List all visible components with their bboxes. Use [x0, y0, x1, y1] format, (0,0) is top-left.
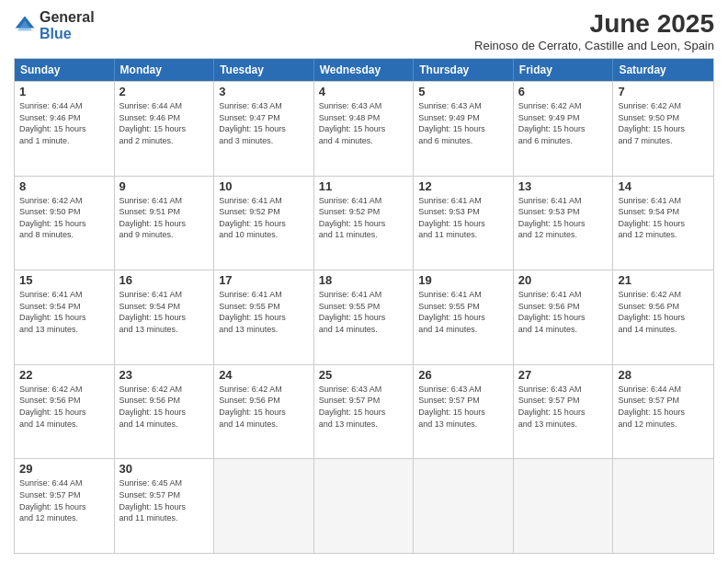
- day-number: 28: [618, 368, 709, 382]
- day-info: Sunrise: 6:44 AMSunset: 9:57 PMDaylight:…: [19, 477, 109, 523]
- title-section: June 2025 Reinoso de Cerrato, Castille a…: [474, 9, 714, 52]
- day-info: Sunrise: 6:42 AMSunset: 9:49 PMDaylight:…: [518, 100, 609, 146]
- day-number: 17: [219, 273, 309, 287]
- day-info: Sunrise: 6:43 AMSunset: 9:57 PMDaylight:…: [319, 384, 409, 430]
- day-cell: 16Sunrise: 6:41 AMSunset: 9:54 PMDayligh…: [115, 270, 215, 364]
- day-info: Sunrise: 6:42 AMSunset: 9:50 PMDaylight:…: [618, 100, 709, 146]
- day-number: 20: [518, 273, 609, 287]
- day-info: Sunrise: 6:41 AMSunset: 9:51 PMDaylight:…: [119, 195, 210, 241]
- day-number: 22: [19, 368, 109, 382]
- day-cell: 12Sunrise: 6:41 AMSunset: 9:53 PMDayligh…: [414, 177, 514, 270]
- day-info: Sunrise: 6:41 AMSunset: 9:52 PMDaylight:…: [219, 195, 309, 241]
- day-info: Sunrise: 6:41 AMSunset: 9:55 PMDaylight:…: [219, 289, 309, 335]
- day-number: 24: [219, 368, 309, 382]
- day-info: Sunrise: 6:42 AMSunset: 9:56 PMDaylight:…: [19, 384, 109, 430]
- day-number: 11: [319, 179, 409, 193]
- day-cell: 3Sunrise: 6:43 AMSunset: 9:47 PMDaylight…: [214, 82, 314, 176]
- header-saturday: Saturday: [613, 59, 713, 81]
- day-cell: 18Sunrise: 6:41 AMSunset: 9:55 PMDayligh…: [314, 270, 415, 364]
- day-info: Sunrise: 6:44 AMSunset: 9:57 PMDaylight:…: [618, 384, 709, 430]
- day-info: Sunrise: 6:41 AMSunset: 9:52 PMDaylight:…: [319, 195, 409, 241]
- day-cell: 23Sunrise: 6:42 AMSunset: 9:56 PMDayligh…: [115, 365, 215, 459]
- day-number: 9: [119, 179, 210, 193]
- day-cell: 29Sunrise: 6:44 AMSunset: 9:57 PMDayligh…: [15, 459, 115, 553]
- day-cell: 14Sunrise: 6:41 AMSunset: 9:54 PMDayligh…: [613, 177, 713, 270]
- empty-cell: [214, 459, 314, 553]
- day-number: 8: [19, 179, 109, 193]
- day-cell: 26Sunrise: 6:43 AMSunset: 9:57 PMDayligh…: [414, 365, 514, 459]
- day-number: 7: [618, 85, 709, 98]
- day-number: 12: [418, 179, 508, 193]
- day-cell: 4Sunrise: 6:43 AMSunset: 9:48 PMDaylight…: [314, 82, 415, 176]
- subtitle: Reinoso de Cerrato, Castille and Leon, S…: [474, 39, 714, 52]
- day-info: Sunrise: 6:41 AMSunset: 9:53 PMDaylight:…: [418, 195, 508, 241]
- day-number: 16: [119, 273, 210, 287]
- day-info: Sunrise: 6:45 AMSunset: 9:57 PMDaylight:…: [119, 477, 210, 523]
- calendar-row: 22Sunrise: 6:42 AMSunset: 9:56 PMDayligh…: [15, 364, 713, 459]
- day-info: Sunrise: 6:43 AMSunset: 9:57 PMDaylight:…: [518, 384, 609, 430]
- day-number: 23: [119, 368, 210, 382]
- calendar-body: 1Sunrise: 6:44 AMSunset: 9:46 PMDaylight…: [15, 81, 713, 553]
- calendar-wrapper: Sunday Monday Tuesday Wednesday Thursday…: [14, 58, 714, 554]
- day-number: 1: [19, 85, 109, 98]
- day-number: 10: [219, 179, 309, 193]
- day-cell: 19Sunrise: 6:41 AMSunset: 9:55 PMDayligh…: [414, 270, 514, 364]
- day-number: 4: [319, 85, 409, 98]
- day-cell: 27Sunrise: 6:43 AMSunset: 9:57 PMDayligh…: [514, 365, 614, 459]
- day-number: 21: [618, 273, 709, 287]
- day-info: Sunrise: 6:44 AMSunset: 9:46 PMDaylight:…: [119, 100, 210, 146]
- day-cell: 30Sunrise: 6:45 AMSunset: 9:57 PMDayligh…: [115, 459, 215, 553]
- day-number: 29: [19, 462, 109, 476]
- day-cell: 5Sunrise: 6:43 AMSunset: 9:49 PMDaylight…: [414, 82, 514, 176]
- day-info: Sunrise: 6:41 AMSunset: 9:54 PMDaylight:…: [618, 195, 709, 241]
- main-title: June 2025: [474, 9, 714, 39]
- calendar-header: Sunday Monday Tuesday Wednesday Thursday…: [15, 59, 713, 81]
- day-cell: 17Sunrise: 6:41 AMSunset: 9:55 PMDayligh…: [214, 270, 314, 364]
- day-number: 14: [618, 179, 709, 193]
- day-cell: 9Sunrise: 6:41 AMSunset: 9:51 PMDaylight…: [115, 177, 215, 270]
- day-number: 26: [418, 368, 508, 382]
- day-cell: 22Sunrise: 6:42 AMSunset: 9:56 PMDayligh…: [15, 365, 115, 459]
- page: General Blue June 2025 Reinoso de Cerrat…: [0, 0, 728, 563]
- day-number: 30: [119, 462, 210, 476]
- calendar-row: 29Sunrise: 6:44 AMSunset: 9:57 PMDayligh…: [15, 458, 713, 553]
- logo-icon: [14, 15, 36, 37]
- header: General Blue June 2025 Reinoso de Cerrat…: [14, 9, 714, 52]
- day-info: Sunrise: 6:41 AMSunset: 9:56 PMDaylight:…: [518, 289, 609, 335]
- logo-text: General Blue: [40, 9, 95, 42]
- day-cell: 20Sunrise: 6:41 AMSunset: 9:56 PMDayligh…: [514, 270, 614, 364]
- header-sunday: Sunday: [15, 59, 115, 81]
- day-cell: 21Sunrise: 6:42 AMSunset: 9:56 PMDayligh…: [613, 270, 713, 364]
- header-thursday: Thursday: [414, 59, 514, 81]
- day-info: Sunrise: 6:43 AMSunset: 9:48 PMDaylight:…: [319, 100, 409, 146]
- day-info: Sunrise: 6:43 AMSunset: 9:47 PMDaylight:…: [219, 100, 309, 146]
- header-friday: Friday: [514, 59, 614, 81]
- header-monday: Monday: [115, 59, 215, 81]
- logo-blue: Blue: [40, 26, 72, 41]
- day-info: Sunrise: 6:41 AMSunset: 9:53 PMDaylight:…: [518, 195, 609, 241]
- day-info: Sunrise: 6:41 AMSunset: 9:55 PMDaylight:…: [418, 289, 508, 335]
- day-cell: 28Sunrise: 6:44 AMSunset: 9:57 PMDayligh…: [613, 365, 713, 459]
- empty-cell: [514, 459, 614, 553]
- day-info: Sunrise: 6:43 AMSunset: 9:57 PMDaylight:…: [418, 384, 508, 430]
- header-tuesday: Tuesday: [214, 59, 314, 81]
- day-number: 6: [518, 85, 609, 98]
- day-cell: 8Sunrise: 6:42 AMSunset: 9:50 PMDaylight…: [15, 177, 115, 270]
- day-number: 3: [219, 85, 309, 98]
- day-cell: 10Sunrise: 6:41 AMSunset: 9:52 PMDayligh…: [214, 177, 314, 270]
- logo-general: General: [40, 9, 95, 25]
- day-info: Sunrise: 6:41 AMSunset: 9:54 PMDaylight:…: [19, 289, 109, 335]
- day-info: Sunrise: 6:42 AMSunset: 9:56 PMDaylight:…: [219, 384, 309, 430]
- day-info: Sunrise: 6:41 AMSunset: 9:54 PMDaylight:…: [119, 289, 210, 335]
- empty-cell: [314, 459, 415, 553]
- day-info: Sunrise: 6:44 AMSunset: 9:46 PMDaylight:…: [19, 100, 109, 146]
- day-number: 27: [518, 368, 609, 382]
- logo: General Blue: [14, 9, 95, 42]
- calendar-row: 15Sunrise: 6:41 AMSunset: 9:54 PMDayligh…: [15, 270, 713, 364]
- day-cell: 15Sunrise: 6:41 AMSunset: 9:54 PMDayligh…: [15, 270, 115, 364]
- day-cell: 2Sunrise: 6:44 AMSunset: 9:46 PMDaylight…: [115, 82, 215, 176]
- day-info: Sunrise: 6:42 AMSunset: 9:56 PMDaylight:…: [119, 384, 210, 430]
- day-number: 18: [319, 273, 409, 287]
- day-cell: 7Sunrise: 6:42 AMSunset: 9:50 PMDaylight…: [613, 82, 713, 176]
- calendar-row: 8Sunrise: 6:42 AMSunset: 9:50 PMDaylight…: [15, 176, 713, 270]
